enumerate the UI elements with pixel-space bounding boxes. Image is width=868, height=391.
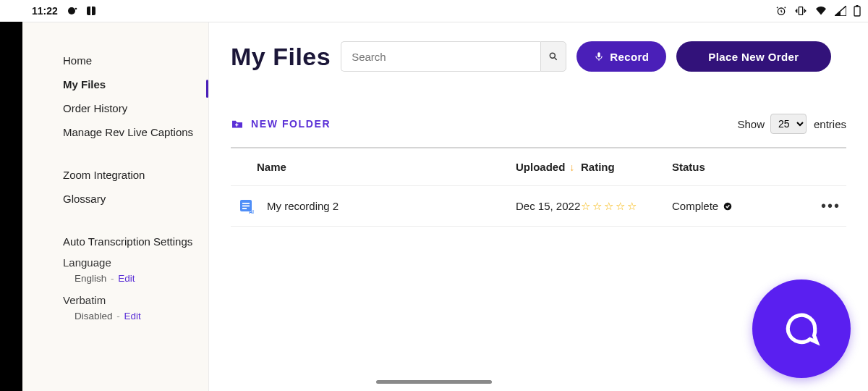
entries-label: entries: [814, 118, 846, 130]
sidebar-item-label: My Files: [63, 78, 106, 91]
svg-point-0: [68, 7, 75, 14]
search-icon: [548, 51, 558, 62]
signal-icon: [835, 6, 846, 16]
cell-rating[interactable]: ☆☆☆☆☆: [581, 200, 640, 213]
page-title: My Files: [231, 43, 331, 71]
table-header: Name Uploaded ↓ Rating Status: [231, 148, 846, 186]
svg-text:AI: AI: [249, 209, 254, 214]
home-indicator[interactable]: [376, 380, 492, 384]
chat-fab[interactable]: [752, 279, 851, 378]
sidebar-item-label: Zoom Integration: [63, 169, 145, 181]
sidebar-settings-heading: Auto Transcription Settings: [22, 230, 208, 253]
status-time: 11:22: [32, 5, 58, 17]
status-right-icons: [775, 5, 861, 17]
table-row[interactable]: AI My recording 2 Dec 15, 2022 ☆☆☆☆☆ Com…: [231, 186, 846, 227]
svg-rect-5: [799, 7, 802, 15]
svg-point-8: [550, 53, 556, 58]
verbatim-edit-link[interactable]: Edit: [124, 311, 141, 321]
status-left-icons: [67, 5, 97, 17]
language-edit-link[interactable]: Edit: [118, 273, 135, 284]
svg-rect-3: [90, 7, 92, 15]
search-input[interactable]: [341, 41, 540, 72]
sidebar-item-my-files[interactable]: My Files: [22, 72, 208, 96]
sidebar-language-value: English - Edit: [22, 272, 208, 291]
show-label: Show: [737, 118, 765, 130]
language-value-text: English: [75, 273, 106, 284]
search-button[interactable]: [540, 41, 566, 72]
col-uploaded[interactable]: Uploaded ↓: [516, 161, 581, 173]
new-folder-button[interactable]: NEW FOLDER: [231, 118, 331, 130]
sidebar-verbatim-value: Disabled - Edit: [22, 309, 208, 329]
battery-icon: [854, 5, 861, 17]
cell-status: Complete: [672, 200, 718, 212]
sidebar-item-live-captions[interactable]: Manage Rev Live Captions: [22, 120, 208, 144]
place-order-button[interactable]: Place New Order: [676, 41, 830, 72]
record-button[interactable]: Record: [576, 41, 666, 72]
verbatim-value-text: Disabled: [75, 311, 113, 321]
order-label: Place New Order: [708, 51, 799, 63]
svg-rect-7: [856, 5, 859, 7]
svg-rect-14: [242, 205, 250, 206]
sort-desc-icon: ↓: [569, 161, 574, 173]
col-status[interactable]: Status: [640, 161, 734, 173]
vibrate-icon: [794, 5, 807, 17]
sidebar-item-label: Home: [63, 54, 92, 67]
sidebar-item-zoom[interactable]: Zoom Integration: [22, 163, 208, 187]
sidebar-item-glossary[interactable]: Glossary: [22, 187, 208, 211]
main-content: My Files Record Place New Order: [209, 22, 868, 391]
toolbar-row: NEW FOLDER Show 25 entries: [231, 114, 846, 134]
sidebar-item-label: Glossary: [63, 193, 106, 205]
transcript-file-icon: AI: [238, 198, 255, 215]
files-table: Name Uploaded ↓ Rating Status AI My reco…: [231, 147, 846, 227]
record-label: Record: [610, 51, 649, 63]
notification-dot-icon: [67, 5, 78, 17]
sidebar-language-label: Language: [22, 253, 208, 272]
file-name: My recording 2: [267, 200, 339, 212]
alarm-icon: [775, 5, 787, 17]
sidebar-item-home[interactable]: Home: [22, 49, 208, 72]
check-badge-icon: [723, 201, 733, 211]
header-row: My Files Record Place New Order: [231, 41, 846, 72]
chat-icon: [781, 308, 822, 349]
wifi-icon: [814, 6, 827, 16]
cell-uploaded: Dec 15, 2022: [516, 200, 581, 212]
search-wrap: [341, 41, 566, 72]
svg-point-1: [75, 8, 77, 10]
svg-rect-6: [854, 7, 860, 16]
svg-rect-9: [597, 52, 600, 57]
sidebar-item-label: Manage Rev Live Captions: [63, 126, 193, 138]
mic-icon: [594, 51, 604, 62]
col-name[interactable]: Name: [231, 161, 516, 173]
sidebar-verbatim-label: Verbatim: [22, 291, 208, 309]
pillarbox-left: [0, 0, 22, 391]
app-square-icon: [85, 5, 97, 17]
svg-rect-11: [235, 125, 238, 125]
entries-select[interactable]: 25: [770, 114, 807, 134]
svg-rect-15: [242, 208, 247, 209]
row-actions-menu[interactable]: •••: [821, 198, 841, 214]
col-uploaded-label: Uploaded: [516, 161, 565, 173]
sidebar-item-order-history[interactable]: Order History: [22, 96, 208, 120]
svg-rect-13: [242, 203, 250, 204]
new-folder-label: NEW FOLDER: [251, 118, 331, 130]
new-folder-icon: [231, 119, 244, 129]
android-status-bar: 11:22: [0, 0, 868, 22]
col-rating[interactable]: Rating: [581, 161, 640, 173]
sidebar: Home My Files Order History Manage Rev L…: [22, 22, 209, 391]
sidebar-item-label: Order History: [63, 102, 127, 114]
